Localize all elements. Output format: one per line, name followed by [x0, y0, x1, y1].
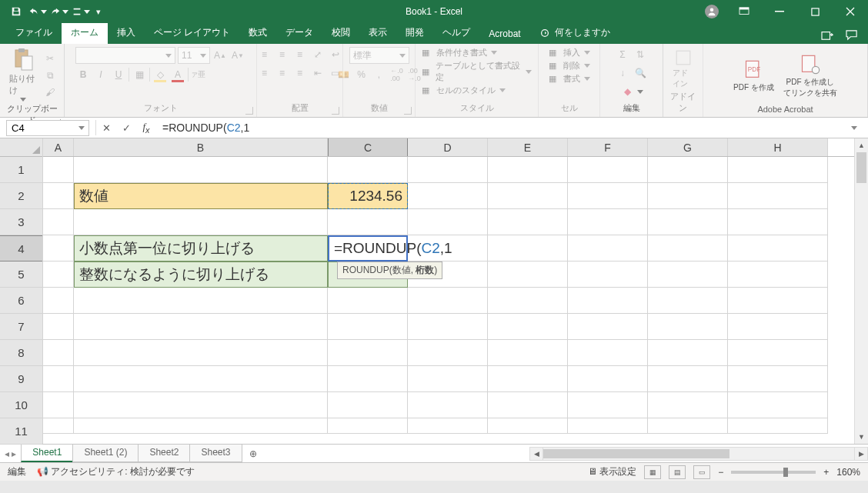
cell[interactable]: [488, 366, 568, 392]
zoom-slider[interactable]: [731, 471, 816, 474]
cell[interactable]: [728, 314, 828, 340]
tab-formulas[interactable]: 数式: [239, 22, 276, 44]
new-sheet-button[interactable]: ⊕: [242, 445, 265, 462]
cell[interactable]: [43, 261, 74, 288]
cell[interactable]: [648, 392, 728, 418]
cell[interactable]: [43, 157, 74, 183]
cell[interactable]: [43, 288, 74, 314]
cell[interactable]: [488, 288, 568, 314]
cell[interactable]: [328, 366, 408, 392]
cell[interactable]: [648, 157, 728, 183]
cell[interactable]: [728, 392, 828, 418]
cell-C4-editing[interactable]: =ROUNDUP(C2,1: [328, 235, 408, 261]
cell[interactable]: [568, 366, 648, 392]
percent-icon[interactable]: %: [354, 67, 369, 82]
cell[interactable]: [74, 366, 328, 392]
account-button[interactable]: [700, 0, 723, 23]
cell-C2[interactable]: 1234.56: [328, 183, 408, 209]
cell[interactable]: [648, 418, 728, 434]
cell[interactable]: [408, 340, 488, 366]
row-header[interactable]: 4: [0, 235, 42, 261]
cell[interactable]: [648, 261, 728, 288]
col-header[interactable]: F: [568, 138, 648, 156]
italic-button[interactable]: I: [93, 67, 108, 82]
row-header[interactable]: 1: [0, 157, 42, 183]
tab-acrobat[interactable]: Acrobat: [479, 25, 529, 44]
cell[interactable]: [568, 288, 648, 314]
zoom-out-button[interactable]: −: [718, 467, 723, 478]
cell[interactable]: [568, 157, 648, 183]
accessibility-status[interactable]: 📢 アクセシビリティ: 検討が必要です: [37, 465, 195, 478]
cell[interactable]: [648, 235, 728, 261]
row-header[interactable]: 2: [0, 183, 42, 209]
redo-icon[interactable]: [49, 2, 69, 22]
tab-view[interactable]: 表示: [359, 22, 396, 44]
tab-page-layout[interactable]: ページ レイアウト: [145, 22, 239, 44]
dialog-launcher-icon[interactable]: [245, 107, 253, 115]
increase-font-icon[interactable]: A▲: [212, 48, 228, 63]
row-header[interactable]: 10: [0, 392, 42, 418]
cell[interactable]: [43, 209, 74, 235]
row-header[interactable]: 3: [0, 209, 42, 235]
cell[interactable]: [728, 418, 828, 434]
save-icon[interactable]: [6, 2, 26, 22]
autosum-icon[interactable]: Σ: [615, 47, 630, 62]
cell[interactable]: [568, 340, 648, 366]
close-button[interactable]: [833, 0, 868, 23]
conditional-format-button[interactable]: ▦条件付き書式: [422, 47, 497, 58]
cell[interactable]: [728, 209, 828, 235]
accounting-icon[interactable]: 💴: [336, 67, 352, 82]
vertical-scrollbar[interactable]: ▲ ▼: [854, 138, 868, 444]
tab-home[interactable]: ホーム: [62, 22, 108, 44]
cell[interactable]: [568, 261, 648, 288]
cell[interactable]: [43, 314, 74, 340]
paste-button[interactable]: 貼り付け: [6, 47, 39, 103]
cell[interactable]: [488, 340, 568, 366]
scroll-up-icon[interactable]: ▲: [855, 138, 868, 152]
cell[interactable]: [328, 340, 408, 366]
addin-button[interactable]: アドイン: [669, 48, 696, 91]
format-as-table-button[interactable]: ▦テーブルとして書式設定: [422, 60, 532, 83]
enter-formula-button[interactable]: ✓: [116, 118, 136, 137]
cell[interactable]: [728, 366, 828, 392]
cell[interactable]: [728, 183, 828, 209]
tab-developer[interactable]: 開発: [396, 22, 433, 44]
tab-data[interactable]: データ: [276, 22, 322, 44]
cell[interactable]: [648, 366, 728, 392]
page-layout-view-icon[interactable]: ▤: [669, 465, 686, 479]
cell[interactable]: [488, 392, 568, 418]
row-header[interactable]: 8: [0, 340, 42, 366]
cell[interactable]: [408, 366, 488, 392]
cell[interactable]: [488, 314, 568, 340]
name-box[interactable]: C4: [6, 120, 89, 136]
dialog-launcher-icon[interactable]: [332, 107, 339, 115]
increase-decimal-icon[interactable]: ←.0.00: [389, 67, 405, 82]
copy-icon[interactable]: ⧉: [42, 68, 58, 83]
cell[interactable]: [43, 392, 74, 418]
cell[interactable]: [328, 209, 408, 235]
format-cells-button[interactable]: ▦書式: [549, 73, 590, 85]
cell-B4[interactable]: 小数点第一位に切り上げる: [74, 235, 328, 261]
cell[interactable]: [488, 183, 568, 209]
cut-icon[interactable]: ✂: [42, 51, 58, 66]
ribbon-display-icon[interactable]: [726, 0, 762, 23]
col-header[interactable]: C: [328, 138, 408, 156]
cell[interactable]: [74, 418, 328, 434]
cell[interactable]: [648, 288, 728, 314]
cell-B5[interactable]: 整数になるように切り上げる: [74, 261, 328, 288]
col-header[interactable]: H: [728, 138, 828, 156]
cell[interactable]: [74, 340, 328, 366]
cell[interactable]: [408, 209, 488, 235]
col-header[interactable]: D: [408, 138, 488, 156]
fx-button[interactable]: fx: [136, 118, 156, 137]
cell[interactable]: [328, 314, 408, 340]
fill-icon[interactable]: ↓: [615, 65, 630, 81]
cell[interactable]: [488, 235, 568, 261]
cell[interactable]: [728, 261, 828, 288]
cell[interactable]: [728, 288, 828, 314]
cell[interactable]: [74, 209, 328, 235]
row-header[interactable]: 7: [0, 314, 42, 340]
cell[interactable]: [408, 183, 488, 209]
tab-help[interactable]: ヘルプ: [433, 22, 479, 44]
cell[interactable]: [408, 418, 488, 434]
